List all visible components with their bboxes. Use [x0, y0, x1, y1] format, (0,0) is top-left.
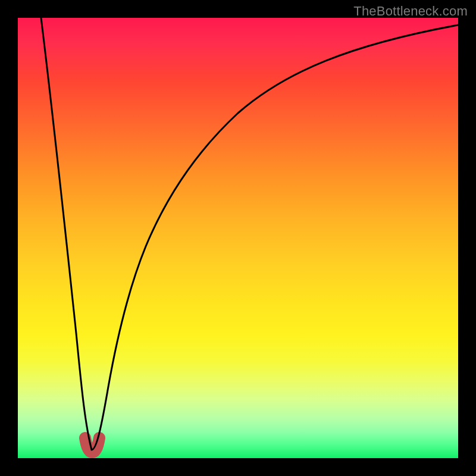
bottleneck-curve — [41, 18, 458, 450]
watermark-text: TheBottleneck.com — [353, 4, 468, 19]
chart-frame: TheBottleneck.com — [0, 0, 476, 476]
chart-plot-area — [18, 18, 458, 458]
bottleneck-curve-svg — [18, 18, 458, 458]
